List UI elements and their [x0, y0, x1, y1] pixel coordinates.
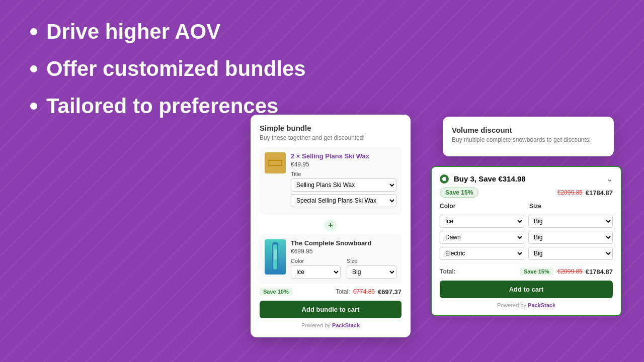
add-product-icon[interactable]: +: [260, 219, 401, 231]
product-row-wax: 2 × Selling Plans Ski Wax €49.95 Title S…: [260, 147, 401, 215]
bullet-dot-icon: [30, 65, 37, 72]
volume-row-1: IceDawnElectric BigSmall: [440, 215, 613, 228]
bullet-preferences-text: Tailored to preferences: [46, 95, 278, 118]
volume-price-final: €1784.87: [586, 189, 613, 197]
total-label: Total:: [336, 288, 350, 295]
size-col-header: Size: [529, 203, 613, 210]
title-field-label: Title: [291, 171, 396, 177]
bullet-bundles: Offer customized bundles: [30, 57, 306, 80]
volume-discount-subtitle: Buy multiple complete snowboards to get …: [452, 136, 605, 143]
row3-color-select[interactable]: ElectricIceDawn: [440, 247, 524, 260]
svg-rect-4: [274, 249, 277, 259]
simple-bundle-title: Simple bundle: [260, 124, 401, 132]
powered-by-simple: Powered by PackStack: [260, 322, 401, 328]
product-row-snowboard: The Complete Snowboard €699.95 Color Ice…: [260, 234, 401, 284]
volume-save-badge: Save 15%: [440, 188, 478, 198]
volume-total-original: €2099.85: [557, 268, 583, 275]
volume-discount-panel: Buy 3, Save €314.98 ⌄ Save 15% €2099.85 …: [431, 166, 622, 316]
volume-discount-title: Volume discount: [452, 126, 605, 134]
volume-row-2: DawnIceElectric BigSmall: [440, 231, 613, 244]
volume-plan-header: Buy 3, Save €314.98 ⌄: [440, 174, 613, 184]
color-field-label: Color: [291, 258, 341, 264]
wax-title-select-1[interactable]: Selling Plans Ski Wax Special Selling Pl…: [291, 178, 396, 192]
final-price: €697.37: [378, 288, 401, 296]
bundle-total-row: Save 10% Total: €774.85 €697.37: [260, 288, 401, 296]
volume-total-final: €1784.87: [586, 268, 613, 276]
product-snowboard-thumbnail: [265, 239, 286, 275]
bullet-aov: Drive higher AOV: [30, 20, 306, 43]
row3-size-select[interactable]: BigSmall: [528, 247, 613, 260]
volume-total-save-badge: Save 15%: [520, 267, 553, 276]
row2-size-select[interactable]: BigSmall: [528, 231, 613, 244]
original-price: €774.85: [353, 288, 375, 295]
bullet-dot-icon: [30, 103, 37, 110]
radio-selected-icon[interactable]: [440, 174, 449, 184]
svg-rect-1: [269, 161, 281, 165]
powered-by-volume: Powered by PackStack: [440, 302, 613, 308]
product-wax-thumbnail: [265, 152, 286, 173]
product-snowboard-info: The Complete Snowboard €699.95 Color Ice…: [291, 239, 396, 279]
row1-size-select[interactable]: BigSmall: [528, 215, 613, 228]
snowboard-size-select[interactable]: Big Small: [347, 265, 396, 279]
packstack-link-volume[interactable]: PackStack: [528, 302, 555, 308]
size-field-label: Size: [347, 258, 396, 264]
save-badge: Save 10%: [260, 288, 292, 296]
color-col-header: Color: [440, 203, 523, 210]
volume-total-label: Total:: [440, 268, 456, 275]
volume-total-row: Total: Save 15% €2099.85 €1784.87: [440, 263, 613, 276]
volume-price-original: €2099.85: [557, 189, 583, 196]
bullet-dot-icon: [30, 28, 37, 35]
simple-bundle-card: Simple bundle Buy these together and get…: [251, 115, 411, 337]
product-snowboard-name: The Complete Snowboard: [291, 239, 396, 247]
row2-color-select[interactable]: DawnIceElectric: [440, 231, 524, 244]
add-bundle-button[interactable]: Add bundle to cart: [260, 301, 401, 318]
chevron-up-icon[interactable]: ⌄: [606, 174, 613, 184]
volume-plan-label[interactable]: Buy 3, Save €314.98: [440, 174, 526, 184]
simple-bundle-subtitle: Buy these together and get discounted!: [260, 134, 401, 141]
product-wax-info: 2 × Selling Plans Ski Wax €49.95 Title S…: [291, 152, 396, 210]
product-wax-name: 2 × Selling Plans Ski Wax: [291, 152, 396, 160]
product-wax-price: €49.95: [291, 161, 396, 168]
packstack-link-simple[interactable]: PackStack: [332, 322, 360, 328]
volume-price-row: Save 15% €2099.85 €1784.87: [440, 188, 613, 198]
bullet-aov-text: Drive higher AOV: [46, 20, 220, 43]
volume-add-button[interactable]: Add to cart: [440, 281, 613, 298]
volume-row-3: ElectricIceDawn BigSmall: [440, 247, 613, 260]
row1-color-select[interactable]: IceDawnElectric: [440, 215, 524, 228]
wax-title-select-2[interactable]: Special Selling Plans Ski Wax Selling Pl…: [291, 194, 396, 207]
bullet-bundles-text: Offer customized bundles: [46, 57, 306, 80]
volume-discount-card-outer: Volume discount Buy multiple complete sn…: [443, 117, 614, 156]
snowboard-color-select[interactable]: Ice Dawn Electric: [291, 265, 341, 279]
product-snowboard-price: €699.95: [291, 248, 396, 255]
